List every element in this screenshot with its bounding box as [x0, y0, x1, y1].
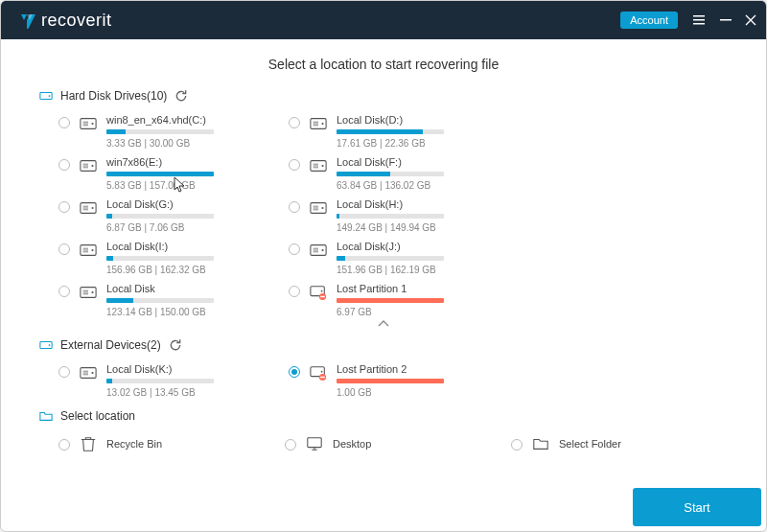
drive-item[interactable]: Local Disk(J:)151.96 GB | 162.19 GB	[289, 241, 519, 275]
svg-rect-62	[320, 377, 325, 378]
section-loc-header: Select location	[39, 409, 737, 423]
section-loc-label: Select location	[60, 409, 135, 423]
drive-name: Local Disk(J:)	[337, 241, 444, 252]
svg-point-39	[321, 249, 323, 251]
drive-size: 6.97 GB	[337, 307, 444, 317]
drive-name: Local Disk(D:)	[337, 114, 444, 126]
drive-item[interactable]: win7x86(E:)5.83 GB | 157.00 GB	[58, 156, 289, 191]
disk-icon	[310, 242, 327, 259]
location-radio[interactable]	[58, 439, 70, 451]
drive-name: win7x86(E:)	[106, 156, 214, 168]
location-item[interactable]: Desktop	[285, 434, 511, 452]
location-item[interactable]: Recycle Bin	[58, 434, 285, 452]
drive-name: Local Disk(F:)	[337, 156, 444, 168]
drive-radio[interactable]	[289, 243, 300, 255]
disk-icon	[80, 284, 97, 301]
drive-size: 123.14 GB | 150.00 GB	[106, 307, 214, 317]
location-row: Recycle BinDesktopSelect Folder	[30, 434, 737, 452]
usage-bar	[106, 298, 214, 303]
refresh-icon[interactable]	[174, 89, 188, 103]
drive-item[interactable]: Lost Partition 16.97 GB	[289, 283, 519, 317]
refresh-icon[interactable]	[169, 338, 182, 352]
drive-size: 17.61 GB | 22.36 GB	[337, 138, 444, 149]
disk-icon	[80, 157, 97, 174]
drive-item[interactable]: Local Disk(K:)13.02 GB | 13.45 GB	[58, 363, 289, 398]
close-icon[interactable]	[745, 14, 756, 26]
section-hdd-header: Hard Disk Drives(10)	[39, 89, 737, 103]
drive-radio[interactable]	[289, 366, 300, 378]
drive-name: Lost Partition 1	[337, 283, 444, 294]
usage-bar	[106, 256, 214, 261]
disk-icon	[310, 115, 327, 132]
drive-radio[interactable]	[58, 201, 70, 213]
disk-section-icon	[39, 89, 53, 103]
drive-radio[interactable]	[58, 159, 70, 171]
disk-icon	[80, 242, 97, 259]
drive-radio[interactable]	[58, 243, 70, 255]
svg-point-49	[321, 290, 323, 292]
drive-radio[interactable]	[58, 117, 70, 128]
drive-radio[interactable]	[289, 286, 300, 297]
disk-icon	[310, 199, 327, 217]
account-button[interactable]: Account	[620, 12, 678, 29]
svg-point-29	[321, 207, 323, 209]
usage-bar	[337, 298, 444, 303]
usage-bar	[337, 129, 444, 134]
usage-bar	[337, 256, 444, 261]
folder-section-icon	[39, 409, 53, 423]
section-hdd-label: Hard Disk Drives(10)	[60, 89, 167, 103]
svg-point-34	[91, 249, 93, 251]
drive-item[interactable]: Local Disk(G:)6.87 GB | 7.06 GB	[58, 198, 289, 233]
drive-name: Local Disk(I:)	[106, 241, 214, 252]
drive-item[interactable]: Local Disk(I:)156.96 GB | 162.32 GB	[58, 241, 289, 275]
titlebar: recoverit Account	[1, 1, 766, 39]
drive-radio[interactable]	[58, 286, 70, 297]
drive-name: win8_en_x64.vhd(C:)	[106, 114, 214, 126]
page-title: Select a location to start recovering fi…	[30, 57, 737, 72]
drive-size: 5.83 GB | 157.00 GB	[106, 180, 214, 191]
main-area: Select a location to start recovering fi…	[1, 39, 766, 531]
drive-item[interactable]: Local Disk123.14 GB | 150.00 GB	[58, 283, 289, 317]
drive-radio[interactable]	[58, 366, 70, 378]
brand-name: recoverit	[41, 11, 112, 31]
drive-item[interactable]: Lost Partition 21.00 GB	[289, 363, 519, 398]
drive-name: Local Disk	[106, 283, 214, 294]
usage-bar	[106, 214, 214, 219]
disk-icon	[310, 157, 327, 174]
location-name: Recycle Bin	[106, 438, 162, 450]
drive-name: Local Disk(K:)	[106, 363, 214, 375]
drive-item[interactable]: Local Disk(H:)149.24 GB | 149.94 GB	[289, 198, 519, 233]
usage-bar	[106, 379, 214, 383]
section-ext-header: External Devices(2)	[39, 338, 737, 352]
footer: Start	[633, 488, 761, 526]
minimize-icon[interactable]	[720, 14, 732, 26]
svg-rect-0	[720, 19, 732, 21]
drive-item[interactable]: win8_en_x64.vhd(C:)3.33 GB | 30.00 GB	[58, 114, 289, 149]
folder-icon	[532, 435, 549, 452]
location-item[interactable]: Select Folder	[511, 434, 737, 452]
ext-grid: Local Disk(K:)13.02 GB | 13.45 GBLost Pa…	[30, 363, 737, 398]
start-button[interactable]: Start	[633, 488, 761, 526]
svg-point-14	[91, 165, 93, 167]
menu-icon[interactable]	[691, 12, 707, 28]
usage-bar	[337, 379, 444, 383]
location-radio[interactable]	[285, 439, 296, 451]
drive-radio[interactable]	[289, 201, 300, 213]
drive-size: 151.96 GB | 162.19 GB	[337, 265, 444, 275]
svg-point-19	[321, 165, 323, 167]
drive-radio[interactable]	[289, 117, 300, 128]
svg-rect-63	[308, 438, 321, 448]
drive-item[interactable]: Local Disk(D:)17.61 GB | 22.36 GB	[289, 114, 519, 149]
collapse-toggle[interactable]	[30, 317, 737, 336]
drive-size: 156.96 GB | 162.32 GB	[106, 265, 214, 275]
svg-point-44	[91, 291, 93, 293]
disk-section-icon	[39, 338, 53, 352]
drive-radio[interactable]	[289, 159, 300, 171]
location-radio[interactable]	[511, 439, 523, 451]
svg-point-60	[321, 371, 323, 373]
desktop-icon	[306, 435, 323, 452]
svg-point-9	[321, 123, 323, 125]
disk-icon	[80, 115, 97, 132]
drive-name: Local Disk(G:)	[106, 198, 214, 210]
drive-item[interactable]: Local Disk(F:)63.84 GB | 136.02 GB	[289, 156, 519, 191]
